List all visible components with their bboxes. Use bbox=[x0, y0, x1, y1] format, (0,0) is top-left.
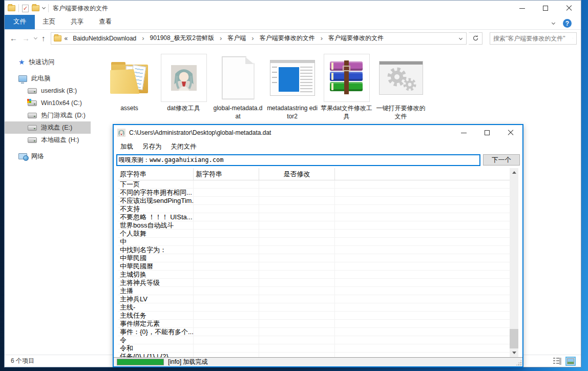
cell-new-string[interactable] bbox=[194, 262, 259, 270]
cell-blank[interactable] bbox=[335, 271, 510, 278]
qat-customize-chevron-icon[interactable] bbox=[42, 6, 46, 9]
cell-original-string[interactable]: 主将神兵等级 bbox=[118, 279, 194, 286]
cell-modified-flag[interactable] bbox=[259, 180, 335, 188]
breadcrumb-item[interactable]: 客户端 bbox=[226, 33, 258, 44]
cell-original-string[interactable]: 令和 bbox=[118, 344, 194, 352]
cell-modified-flag[interactable] bbox=[259, 205, 335, 213]
cell-modified-flag[interactable] bbox=[259, 271, 335, 278]
column-header-blank[interactable] bbox=[335, 168, 510, 180]
cell-new-string[interactable] bbox=[194, 303, 259, 311]
minimize-button[interactable] bbox=[510, 1, 534, 16]
cell-new-string[interactable] bbox=[194, 180, 259, 188]
scroll-down-button[interactable] bbox=[510, 348, 518, 357]
close-button[interactable] bbox=[557, 1, 581, 16]
cell-blank[interactable] bbox=[335, 328, 510, 336]
address-box[interactable]: BaiduNetdiskDownload 901908_极无双2尝鲜版 客户端 bbox=[51, 32, 467, 45]
sidebar-item[interactable]: Win10x64 (C:) bbox=[5, 97, 99, 109]
table-row[interactable]: 中華民國曆 bbox=[118, 262, 510, 271]
file-tile[interactable]: 一键打开要修改的文件 bbox=[374, 54, 427, 120]
cell-new-string[interactable] bbox=[194, 279, 259, 286]
cell-original-string[interactable]: 不应该出现sendPingTim... bbox=[118, 197, 194, 204]
cell-new-string[interactable] bbox=[194, 312, 259, 319]
cell-original-string[interactable]: 令 bbox=[118, 336, 194, 344]
cell-modified-flag[interactable] bbox=[259, 336, 335, 344]
cell-new-string[interactable] bbox=[194, 328, 259, 336]
cell-original-string[interactable]: 中找到名字为： bbox=[118, 246, 194, 254]
cell-new-string[interactable] bbox=[194, 353, 259, 358]
maximize-button[interactable] bbox=[534, 1, 557, 16]
cell-blank[interactable] bbox=[335, 238, 510, 245]
cell-modified-flag[interactable] bbox=[259, 213, 335, 221]
ribbon-tab[interactable]: 文件 bbox=[5, 15, 35, 29]
sidebar-item[interactable]: 热门游戏盘 (D:) bbox=[5, 109, 99, 121]
table-row[interactable]: 主神兵LV bbox=[118, 295, 510, 303]
cell-new-string[interactable] bbox=[194, 213, 259, 221]
cell-modified-flag[interactable] bbox=[259, 246, 335, 254]
cell-original-string[interactable]: 中華民國 bbox=[118, 254, 194, 262]
file-tile[interactable]: assets bbox=[103, 54, 156, 112]
cell-blank[interactable] bbox=[335, 303, 510, 311]
cell-blank[interactable] bbox=[335, 189, 510, 196]
table-row[interactable]: 不支持 bbox=[118, 205, 510, 213]
cell-original-string[interactable]: 主播 bbox=[118, 287, 194, 295]
table-row[interactable]: 主线任务 bbox=[118, 312, 510, 320]
cell-blank[interactable] bbox=[335, 336, 510, 344]
column-header-original[interactable]: 原字符串 bbox=[118, 168, 194, 180]
file-tile[interactable]: dat修改工具 bbox=[157, 54, 210, 112]
cell-modified-flag[interactable] bbox=[259, 238, 335, 245]
recent-locations-chevron-icon[interactable] bbox=[34, 35, 37, 39]
cell-blank[interactable] bbox=[335, 246, 510, 254]
cell-blank[interactable] bbox=[335, 353, 510, 358]
search-input[interactable] bbox=[493, 35, 573, 42]
cell-original-string[interactable]: 不要忽略 ！！！ UISta... bbox=[118, 213, 194, 221]
cell-blank[interactable] bbox=[335, 197, 510, 204]
cell-original-string[interactable]: 主城切换 bbox=[118, 271, 194, 278]
cell-blank[interactable] bbox=[335, 221, 510, 229]
breadcrumb-separator-icon[interactable] bbox=[317, 34, 327, 42]
cell-original-string[interactable]: 主神兵LV bbox=[118, 295, 194, 303]
table-row[interactable]: 任务{0} | {1} | {2} bbox=[118, 353, 510, 358]
minimize-button[interactable] bbox=[452, 125, 475, 140]
cell-new-string[interactable] bbox=[194, 344, 259, 352]
sidebar-item[interactable]: 本地磁盘 (H:) bbox=[5, 134, 99, 146]
address-dropdown-chevron-icon[interactable] bbox=[459, 36, 463, 40]
breadcrumb-separator-icon[interactable] bbox=[216, 34, 226, 42]
cell-new-string[interactable] bbox=[194, 287, 259, 295]
table-row[interactable]: 主播 bbox=[118, 287, 510, 295]
thumbnails-view-icon[interactable] bbox=[565, 357, 576, 366]
ribbon-tab[interactable]: 主页 bbox=[35, 15, 63, 29]
cell-blank[interactable] bbox=[335, 295, 510, 303]
cell-new-string[interactable] bbox=[194, 221, 259, 229]
cell-original-string[interactable]: 个人鼓舞 bbox=[118, 230, 194, 237]
cell-original-string[interactable]: 世界boss自动战斗 bbox=[118, 221, 194, 229]
next-button[interactable]: 下一个 bbox=[483, 154, 520, 166]
cell-blank[interactable] bbox=[335, 230, 510, 237]
cell-modified-flag[interactable] bbox=[259, 197, 335, 204]
cell-original-string[interactable]: 任务{0} | {1} | {2} bbox=[118, 353, 194, 358]
cell-modified-flag[interactable] bbox=[259, 344, 335, 352]
cell-new-string[interactable] bbox=[194, 254, 259, 262]
cell-modified-flag[interactable] bbox=[259, 295, 335, 303]
scroll-up-button[interactable] bbox=[510, 168, 518, 177]
sidebar-item[interactable]: 游戏盘 (E:) bbox=[5, 121, 91, 134]
cell-original-string[interactable]: 主线- bbox=[118, 303, 194, 311]
menu-item[interactable]: 另存为 bbox=[138, 141, 166, 153]
menu-item[interactable]: 关闭文件 bbox=[166, 141, 201, 153]
table-row[interactable]: 中 bbox=[118, 238, 510, 246]
table-row[interactable]: 主将神兵等级 bbox=[118, 279, 510, 287]
cell-blank[interactable] bbox=[335, 205, 510, 213]
breadcrumb-separator-icon[interactable] bbox=[247, 34, 258, 42]
sidebar-item[interactable]: 快速访问 bbox=[5, 56, 99, 68]
vertical-scrollbar[interactable] bbox=[510, 168, 518, 357]
breadcrumb-item[interactable]: 客户端要修改的文件 bbox=[258, 33, 327, 44]
column-header-new[interactable]: 新字符串 bbox=[194, 168, 259, 180]
resize-grip[interactable] bbox=[516, 360, 522, 366]
table-row[interactable]: 不要忽略 ！！！ UISta... bbox=[118, 213, 510, 221]
cell-blank[interactable] bbox=[335, 180, 510, 188]
cell-blank[interactable] bbox=[335, 262, 510, 270]
breadcrumb-item[interactable]: 客户端要修改的文件 bbox=[327, 33, 385, 44]
cell-new-string[interactable] bbox=[194, 197, 259, 204]
cell-new-string[interactable] bbox=[194, 320, 259, 327]
cell-blank[interactable] bbox=[335, 320, 510, 327]
table-row[interactable]: 主城切换 bbox=[118, 271, 510, 279]
